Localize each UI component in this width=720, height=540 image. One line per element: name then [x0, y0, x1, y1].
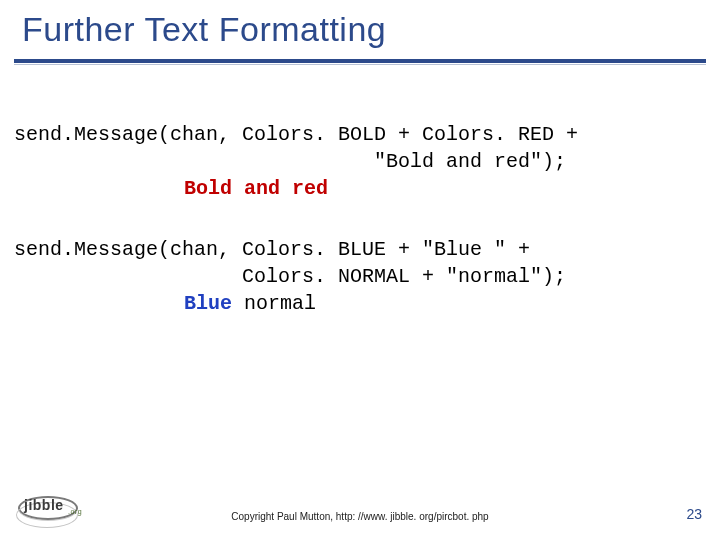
code-line: send.Message(chan, Colors. BLUE + "Blue … — [14, 236, 700, 263]
page-number: 23 — [686, 506, 702, 522]
result-blue: Blue — [184, 292, 244, 315]
copyright-text: Copyright Paul Mutton, http: //www. jibb… — [0, 511, 720, 522]
code-block-1: send.Message(chan, Colors. BOLD + Colors… — [14, 121, 700, 202]
result-bold-red: Bold and red — [184, 177, 328, 200]
title-rule — [14, 59, 706, 63]
code-line: "Bold and red"); — [14, 148, 700, 175]
title-area: Further Text Formatting — [0, 0, 720, 55]
slide-title: Further Text Formatting — [22, 10, 706, 49]
code-result-line: Blue normal — [14, 290, 700, 317]
footer: jibble .org Copyright Paul Mutton, http:… — [0, 488, 720, 528]
result-normal: normal — [244, 292, 316, 315]
slide: Further Text Formatting send.Message(cha… — [0, 0, 720, 540]
code-block-2: send.Message(chan, Colors. BLUE + "Blue … — [14, 236, 700, 317]
code-line: Colors. NORMAL + "normal"); — [14, 263, 700, 290]
code-result-line: Bold and red — [14, 175, 700, 202]
code-line: send.Message(chan, Colors. BOLD + Colors… — [14, 121, 700, 148]
slide-body: send.Message(chan, Colors. BOLD + Colors… — [0, 63, 720, 317]
title-rule-wrap — [0, 59, 720, 63]
